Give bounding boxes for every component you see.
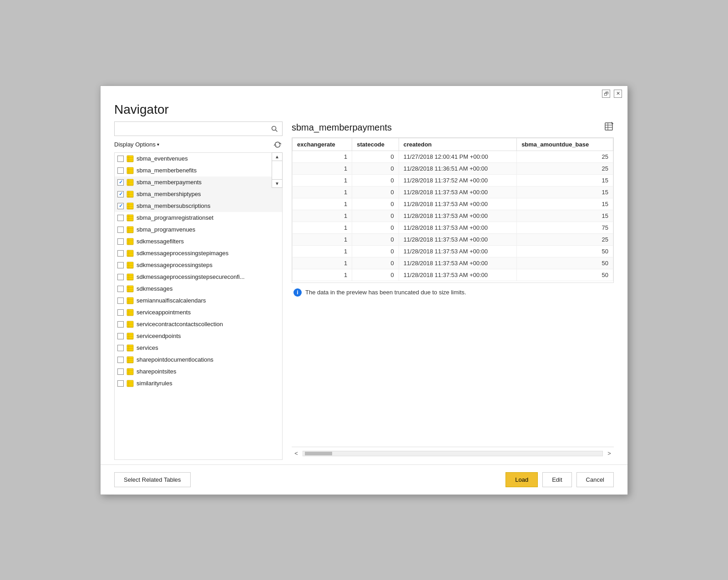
left-panel: Display Options ▾ xyxy=(114,121,283,460)
checkbox[interactable] xyxy=(117,309,124,316)
checkbox[interactable] xyxy=(117,238,124,245)
table-list[interactable]: sbma_eventvenues sbma_memberbenefits✓ sb… xyxy=(114,152,283,460)
list-item[interactable]: similarityrules xyxy=(115,378,282,389)
table-column-header: createdon xyxy=(399,138,516,151)
table-icon xyxy=(126,273,134,281)
item-label: sdkmessageprocessingsteps xyxy=(136,262,212,268)
checkbox[interactable] xyxy=(117,345,124,351)
truncated-message: i The data in the preview has been trunc… xyxy=(292,283,614,302)
checkbox[interactable] xyxy=(117,333,124,339)
table-row: 1011/28/2018 11:37:53 AM +00:0050 xyxy=(293,257,613,269)
table-icon xyxy=(126,333,134,340)
list-item[interactable]: sbma_eventvenues xyxy=(115,153,282,165)
item-label: sbma_memberpayments xyxy=(136,179,202,186)
scroll-right-button[interactable]: > xyxy=(605,449,614,458)
item-label: semiannualfiscalcalendars xyxy=(136,297,206,304)
table-cell: 0 xyxy=(352,257,399,269)
list-item[interactable]: sdkmessageprocessingsteps xyxy=(115,259,282,271)
checkbox[interactable] xyxy=(117,357,124,363)
restore-button[interactable]: 🗗 xyxy=(602,90,610,98)
list-item[interactable]: ✓ sbma_membersubscriptions xyxy=(115,200,282,212)
table-icon xyxy=(126,262,134,269)
preview-icon[interactable] xyxy=(604,121,614,134)
truncated-text: The data in the preview has been truncat… xyxy=(305,289,466,296)
checkbox[interactable] xyxy=(117,215,124,221)
list-item[interactable]: semiannualfiscalcalendars xyxy=(115,295,282,307)
checkbox[interactable] xyxy=(117,321,124,328)
checkbox[interactable]: ✓ xyxy=(117,179,124,186)
list-item[interactable]: sdkmessages xyxy=(115,283,282,295)
table-icon xyxy=(126,226,134,233)
item-label: sbma_programregistrationset xyxy=(136,214,213,221)
info-icon: i xyxy=(293,288,302,297)
item-label: sdkmessageprocessingstepsecureconfi... xyxy=(136,273,245,280)
table-cell: 1 xyxy=(293,186,352,198)
edit-button[interactable]: Edit xyxy=(542,472,571,487)
table-cell: 0 xyxy=(352,174,399,186)
checkbox[interactable] xyxy=(117,298,124,304)
checkbox[interactable] xyxy=(117,274,124,280)
refresh-icon[interactable] xyxy=(273,140,283,150)
table-icon xyxy=(126,368,134,375)
list-item[interactable]: sdkmessageprocessingstepimages xyxy=(115,247,282,259)
dialog-title: Navigator xyxy=(114,102,614,117)
list-item[interactable]: serviceappointments xyxy=(115,307,282,318)
checkbox[interactable] xyxy=(117,250,124,257)
table-cell: 15 xyxy=(517,186,613,198)
table-header: exchangeratestatecodecreatedonsbma_amoun… xyxy=(293,138,613,151)
checkbox[interactable] xyxy=(117,286,124,292)
table-cell: 0 xyxy=(352,233,399,245)
list-item[interactable]: sbma_memberbenefits xyxy=(115,165,282,177)
table-icon xyxy=(126,250,134,257)
scroll-up-button[interactable]: ▲ xyxy=(272,152,283,161)
cancel-button[interactable]: Cancel xyxy=(576,472,614,487)
checkbox[interactable] xyxy=(117,368,124,375)
display-options-row: Display Options ▾ xyxy=(114,139,283,152)
scroll-down-button[interactable]: ▼ xyxy=(272,179,283,188)
checkbox[interactable] xyxy=(117,167,124,174)
list-item[interactable]: sdkmessageprocessingstepsecureconfi... xyxy=(115,271,282,283)
search-button[interactable] xyxy=(267,122,282,136)
load-button[interactable]: Load xyxy=(506,472,538,487)
table-column-header: statecode xyxy=(352,138,399,151)
checkbox[interactable] xyxy=(117,156,124,162)
checkbox[interactable] xyxy=(117,227,124,233)
title-bar: 🗗 ✕ xyxy=(101,86,627,98)
table-cell: 1 xyxy=(293,162,352,174)
data-table-wrapper[interactable]: exchangeratestatecodecreatedonsbma_amoun… xyxy=(292,137,614,283)
h-scrollbar-track[interactable] xyxy=(303,451,603,456)
list-item[interactable]: sdkmessagefilters xyxy=(115,236,282,247)
item-label: sharepointdocumentlocations xyxy=(136,356,213,363)
list-item[interactable]: sbma_programvenues xyxy=(115,224,282,236)
table-row: 1011/28/2018 11:37:53 AM +00:0015 xyxy=(293,186,613,198)
dialog-body: Display Options ▾ xyxy=(101,121,627,460)
list-item[interactable]: sharepointsites xyxy=(115,366,282,378)
table-cell: 0 xyxy=(352,245,399,257)
table-row: 1011/28/2018 11:37:53 AM +00:0015 xyxy=(293,198,613,210)
table-cell: 25 xyxy=(517,233,613,245)
table-cell: 0 xyxy=(352,151,399,162)
table-cell: 0 xyxy=(352,269,399,281)
display-options-button[interactable]: Display Options ▾ xyxy=(114,141,159,148)
close-button[interactable]: ✕ xyxy=(614,90,622,98)
list-item[interactable]: services xyxy=(115,342,282,354)
list-item[interactable]: ✓ sbma_memberpayments xyxy=(115,177,282,188)
list-item[interactable]: ✓ sbma_membershiptypes xyxy=(115,188,282,200)
list-item[interactable]: serviceendpoints xyxy=(115,330,282,342)
checkbox[interactable] xyxy=(117,380,124,387)
item-label: serviceendpoints xyxy=(136,333,181,339)
checkbox[interactable]: ✓ xyxy=(117,191,124,197)
list-item[interactable]: sharepointdocumentlocations xyxy=(115,354,282,366)
scroll-left-button[interactable]: < xyxy=(292,449,301,458)
checkbox[interactable]: ✓ xyxy=(117,203,124,209)
table-cell: 11/28/2018 11:37:52 AM +00:00 xyxy=(399,174,516,186)
search-input[interactable] xyxy=(115,122,267,135)
list-item[interactable]: sbma_programregistrationset xyxy=(115,212,282,224)
h-scrollbar-thumb[interactable] xyxy=(305,452,332,455)
list-item[interactable]: servicecontractcontactscollection xyxy=(115,318,282,330)
select-related-tables-button[interactable]: Select Related Tables xyxy=(114,472,191,487)
table-row: 1011/28/2018 11:37:53 AM +00:0050 xyxy=(293,245,613,257)
table-cell: 1 xyxy=(293,151,352,162)
checkbox[interactable] xyxy=(117,262,124,268)
table-cell: 25 xyxy=(517,151,613,162)
